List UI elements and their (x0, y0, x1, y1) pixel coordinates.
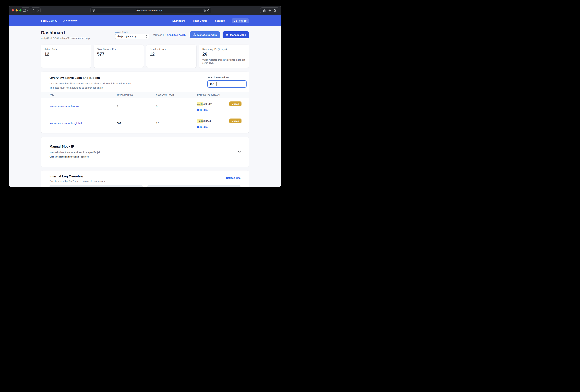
connected-ring-icon (63, 20, 65, 22)
gear-icon (226, 33, 229, 36)
banned-ip: 45.154.98.111 (197, 103, 213, 105)
translate-icon[interactable]: A x̂ (203, 9, 206, 12)
browser-window: fail2ban.swissmakers.corp A x̂ (9, 5, 281, 187)
jail-link[interactable]: swissmakers-apache-dos (49, 105, 117, 108)
hide-extra-link[interactable]: Hide extra (197, 109, 242, 111)
reload-icon[interactable] (207, 9, 210, 12)
browser-titlebar: fail2ban.swissmakers.corp A x̂ (9, 5, 281, 15)
back-button[interactable] (31, 7, 36, 13)
nav-item-settings[interactable]: Settings (215, 19, 225, 22)
manage-jails-label: Manage Jails (230, 33, 246, 36)
log-overview-description: Events stored by Fail2ban-UI across all … (49, 180, 106, 183)
column-header-banned-ips: Banned IPs (Unban) (197, 94, 242, 96)
stat-label: Total Banned IPs (97, 48, 141, 50)
active-server-select[interactable]: rlinfp02 (LOCAL) (115, 34, 149, 39)
sitemap-icon (193, 33, 196, 36)
clock-badge: 21:48:49 (232, 18, 249, 23)
forward-button[interactable] (36, 7, 40, 13)
ip-rest: 4.98.111 (203, 103, 212, 105)
page-subtitle: rlinfp02 • LOCAL • rlinfp02.swissmakers.… (41, 37, 90, 39)
window-controls (12, 9, 21, 11)
banned-ip-cell: 45.153.34.35 Unban Hide extra (197, 118, 242, 128)
column-header-jail: Jail (49, 94, 117, 96)
external-ip-value: 176.223.172.185 (167, 33, 186, 36)
manage-servers-label: Manage Servers (197, 33, 217, 36)
overview-title: Overview active Jails and Blocks (49, 76, 132, 80)
chevron-down-icon (238, 150, 241, 153)
log-overview-section: Internal Log Overview Events stored by F… (41, 171, 249, 187)
manual-block-description: Manually block an IP address in a specif… (49, 151, 241, 154)
manual-block-title: Manual Block IP (49, 145, 241, 148)
nav-item-dashboard[interactable]: Dashboard (172, 19, 185, 22)
external-ip: Your ext. IP: 176.223.172.185 (152, 33, 186, 36)
chevron-down-icon (27, 10, 28, 11)
minimize-button[interactable] (15, 9, 18, 11)
close-button[interactable] (12, 9, 14, 11)
active-server-value: rlinfp02 (LOCAL) (118, 35, 146, 38)
ip-rest: 3.34.35 (203, 119, 211, 122)
jail-link[interactable]: swissmakers-apache-global (49, 122, 117, 125)
search-banned-ips-label: Search Banned IPs (207, 76, 247, 79)
new-tab-icon[interactable] (269, 9, 271, 12)
refresh-data-link[interactable]: Refresh data (226, 177, 241, 179)
history-nav (31, 7, 41, 13)
connection-status-label: Connected (66, 19, 77, 22)
banned-ip-cell: 45.154.98.111 Unban Hide extra (197, 101, 242, 111)
ip-search-highlight: 45.15 (197, 102, 203, 106)
banned-ip: 45.153.34.35 (197, 119, 212, 122)
address-text: fail2ban.swissmakers.corp (95, 9, 203, 12)
new-last-hour-value: 12 (156, 122, 197, 125)
search-input-value: 45.15 (210, 83, 216, 86)
app-nav: Dashboard Filter Debug Settings (172, 19, 225, 22)
nav-item-filter-debug[interactable]: Filter Debug (193, 19, 207, 22)
address-bar[interactable]: fail2ban.swissmakers.corp A x̂ (90, 7, 211, 13)
table-row: swissmakers-apache-dos 31 0 45.154.98.11… (41, 98, 249, 115)
svg-text:x̂: x̂ (205, 10, 205, 11)
overview-section: Overview active Jails and Blocks Use the… (41, 72, 249, 133)
text-caret (216, 82, 217, 86)
manage-jails-button[interactable]: Manage Jails (223, 31, 249, 38)
stat-label: New Last Hour (150, 48, 193, 50)
page-title: Dashboard (41, 30, 90, 35)
stat-card-recurring-ips: Recurring IPs (7 days) 26 Watch repeated… (199, 45, 249, 68)
stat-label: Recurring IPs (7 days) (202, 48, 246, 50)
main-content: Dashboard rlinfp02 • LOCAL • rlinfp02.sw… (9, 26, 281, 187)
sidebar-toggle-button[interactable] (21, 7, 30, 13)
page-settings-icon[interactable] (92, 9, 95, 12)
unban-button[interactable]: Unban (229, 118, 242, 123)
select-stepper-icon (146, 35, 147, 38)
stat-value: 12 (150, 51, 193, 57)
column-header-total-banned: Total banned (117, 94, 156, 96)
search-banned-ips-input[interactable]: 45.15 (207, 80, 247, 88)
new-last-hour-value: 0 (156, 105, 197, 108)
unban-button[interactable]: Unban (229, 101, 242, 106)
app-header: Fail2ban UI Connected Dashboard Filter D… (9, 15, 281, 26)
table-row: swissmakers-apache-global 507 12 45.153.… (41, 115, 249, 132)
app-brand: Fail2ban UI (41, 19, 58, 23)
column-header-new-last-hour: New last hour (156, 94, 197, 96)
page-header: Dashboard rlinfp02 • LOCAL • rlinfp02.sw… (41, 30, 249, 39)
stat-value: 26 (202, 51, 246, 57)
manual-block-hint: Click to expand and block an IP address (49, 156, 241, 158)
jails-table: Jail Total banned New last hour Banned I… (41, 92, 249, 132)
total-banned-value: 507 (117, 122, 156, 125)
hide-extra-link[interactable]: Hide extra (197, 126, 242, 128)
manual-block-section[interactable]: Manual Block IP Manually block an IP add… (41, 137, 249, 167)
overview-description-1: Use the search to filter banned IPs and … (49, 82, 132, 85)
toolbar-right-group (260, 7, 279, 13)
total-banned-value: 31 (117, 105, 156, 108)
stat-value: 577 (97, 51, 141, 57)
sidebar-icon (23, 9, 26, 12)
stat-card-active-jails: Active Jails 12 (41, 45, 91, 68)
tab-overview-icon[interactable] (274, 9, 276, 12)
stat-cards: Active Jails 12 Total Banned IPs 577 New… (41, 45, 249, 68)
stat-description: Watch repeated offenders detected in the… (202, 58, 246, 65)
stat-card-total-banned: Total Banned IPs 577 (94, 45, 144, 68)
overview-description-2: The lists must not expanded to search fo… (49, 86, 132, 89)
stat-card-new-last-hour: New Last Hour 12 (146, 45, 196, 68)
manage-servers-button[interactable]: Manage Servers (190, 31, 220, 38)
log-panel-placeholder (147, 185, 241, 187)
active-server-label: Active Server (115, 31, 149, 33)
log-overview-title: Internal Log Overview (49, 175, 106, 178)
share-icon[interactable] (263, 9, 266, 12)
